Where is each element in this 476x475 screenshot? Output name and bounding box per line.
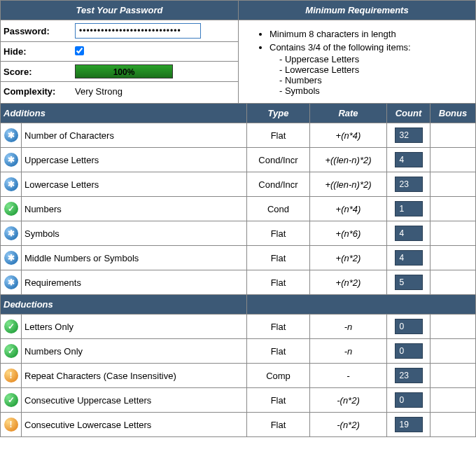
row-rate: -n [310,339,387,364]
row-count: 5 [395,275,423,290]
row-type: Flat [247,315,310,339]
rate-header: Rate [310,104,387,123]
deductions-header: Deductions [1,295,247,315]
row-rate: -(n*2) [310,388,387,413]
table-row: !Repeat Characters (Case Insensitive)Com… [1,364,476,388]
row-count: 0 [395,392,423,408]
row-rate: +(n*4) [310,123,387,148]
table-row: ✱Middle Numbers or SymbolsFlat+(n*2)4+ 8 [1,246,476,270]
row-bonus: + 4 [430,197,476,221]
row-label: Symbols [22,221,247,246]
check-icon: ✓ [4,344,18,358]
requirement-subitem: - Numbers [279,75,461,85]
check-icon: ✓ [4,393,18,407]
table-row: ✓Consecutive Uppercase LettersFlat-(n*2)… [1,388,476,413]
warning-icon: ! [4,369,18,383]
row-rate: - [310,364,387,388]
row-label: Letters Only [22,315,247,339]
section-header: Deductions [1,295,476,315]
row-bonus: + 8 [430,246,476,270]
row-label: Repeat Characters (Case Insensitive) [22,364,247,388]
table-row: ✓Letters OnlyFlat-n00 [1,315,476,339]
row-rate: -(n*2) [310,413,387,437]
row-bonus: 0 [430,339,476,364]
password-label: Password: [1,22,71,41]
bonus-header: Bonus [430,104,476,123]
row-type: Cond/Incr [247,172,310,197]
requirement-item: Minimum 8 characters in length [270,27,461,41]
main-table: AdditionsTypeRateCountBonus✱Number of Ch… [0,103,476,437]
row-type: Comp [247,364,310,388]
row-count: 4 [395,226,423,241]
row-count: 32 [395,128,423,143]
password-input[interactable] [75,23,201,39]
row-bonus: + 24 [430,221,476,246]
row-bonus: + 10 [430,270,476,295]
count-header: Count [387,104,430,123]
row-count: 4 [395,152,423,167]
additions-header: Additions [1,104,247,123]
warning-icon: ! [4,418,18,432]
row-count: 23 [395,368,423,383]
row-bonus: + 128 [430,123,476,148]
row-type: Flat [247,221,310,246]
type-header: Type [247,104,310,123]
row-type: Cond [247,197,310,221]
row-count: 4 [395,250,423,266]
row-rate: +((len-n)*2) [310,148,387,172]
row-label: Middle Numbers or Symbols [22,246,247,270]
requirement-item: Contains 3/4 of the following items: [270,41,461,54]
table-row: !Consecutive Lowercase LettersFlat-(n*2)… [1,413,476,437]
info-icon: ✱ [4,177,18,191]
table-row: ✱SymbolsFlat+(n*6)4+ 24 [1,221,476,246]
row-rate: +(n*6) [310,221,387,246]
row-bonus: - 2 [430,364,476,388]
row-bonus: + 18 [430,172,476,197]
score-bar: 100% [75,64,173,78]
table-row: ✓NumbersCond+(n*4)1+ 4 [1,197,476,221]
check-icon: ✓ [4,202,18,216]
hide-checkbox[interactable] [75,46,84,55]
requirement-subitem: - Symbols [279,85,461,96]
table-row: ✱RequirementsFlat+(n*2)5+ 10 [1,270,476,295]
row-rate: +((len-n)*2) [310,172,387,197]
info-icon: ✱ [4,275,18,289]
row-rate: +(n*2) [310,246,387,270]
row-type: Flat [247,339,310,364]
hide-label: Hide: [1,42,71,61]
test-password-header: Test Your Password [1,1,238,20]
table-row: ✓Numbers OnlyFlat-n00 [1,339,476,364]
info-icon: ✱ [4,226,18,240]
score-label: Score: [1,62,71,81]
row-count: 0 [395,319,423,334]
row-type: Flat [247,388,310,413]
table-row: ✱Lowercase LettersCond/Incr+((len-n)*2)2… [1,172,476,197]
table-row: ✱Number of CharactersFlat+(n*4)32+ 128 [1,123,476,148]
complexity-value: Very Strong [71,83,238,99]
info-icon: ✱ [4,153,18,167]
row-bonus: 0 [430,388,476,413]
row-type: Cond/Incr [247,148,310,172]
requirement-subitem: - Uppercase Letters [279,54,461,64]
row-label: Consecutive Uppercase Letters [22,388,247,413]
row-count: 23 [395,177,423,192]
row-type: Flat [247,123,310,148]
row-label: Number of Characters [22,123,247,148]
row-label: Numbers Only [22,339,247,364]
row-type: Flat [247,246,310,270]
row-label: Consecutive Lowercase Letters [22,413,247,437]
complexity-label: Complexity: [1,82,71,101]
check-icon: ✓ [4,319,18,333]
row-bonus: 0 [430,315,476,339]
requirement-subitem: - Lowercase Letters [279,64,461,75]
row-type: Flat [247,413,310,437]
row-label: Uppercase Letters [22,148,247,172]
section-header: AdditionsTypeRateCountBonus [1,104,476,123]
requirements-panel: Minimum Requirements Minimum 8 character… [238,1,475,103]
requirements-header: Minimum Requirements [239,1,475,20]
info-icon: ✱ [4,128,18,142]
test-password-panel: Test Your Password Password: Hide: Score… [1,1,238,103]
info-icon: ✱ [4,251,18,265]
row-rate: +(n*4) [310,197,387,221]
row-rate: +(n*2) [310,270,387,295]
